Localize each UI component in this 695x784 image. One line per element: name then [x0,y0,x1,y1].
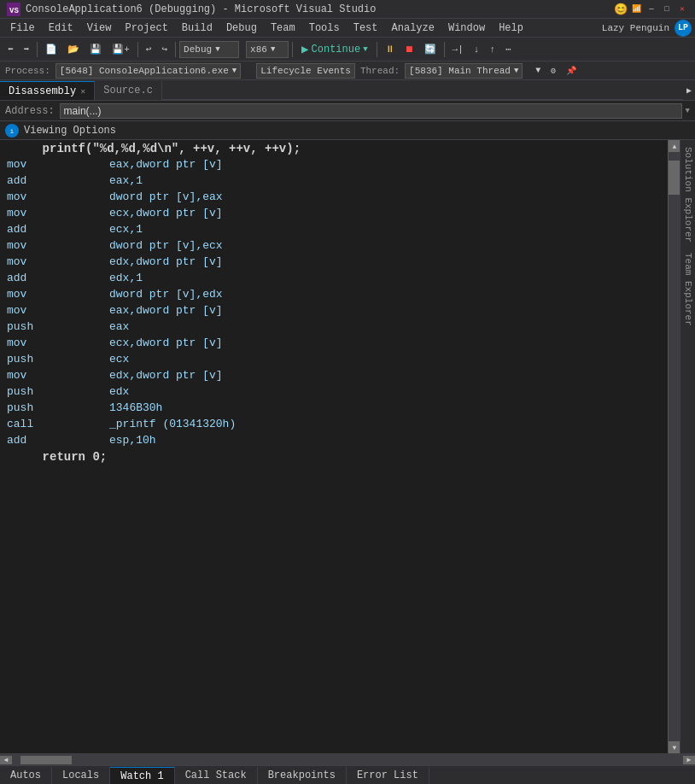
tab-callstack[interactable]: Call Stack [175,767,258,784]
tab-source-label: Source.c [103,85,153,97]
menu-tools[interactable]: Tools [302,20,347,36]
process-bar: Process: [5648] ConsoleApplication6.exe … [0,61,695,80]
menu-file[interactable]: File [3,20,42,36]
asm-line-3: mov dword ptr [v],eax [0,189,668,205]
scroll-down-btn[interactable]: ▼ [669,741,680,753]
asm-line-8: add edx,1 [0,270,668,286]
viewing-options-icon: i [5,124,19,137]
toolbar-separator-5 [377,42,377,57]
menu-team[interactable]: Team [264,20,302,36]
emoji-icon: 😊 [615,3,627,15]
tab-scroll-right[interactable]: ▶ [683,81,695,100]
process-btn1[interactable]: ⚙ [546,61,560,80]
tab-breakpoints[interactable]: Breakpoints [258,767,347,784]
continue-button[interactable]: ▶ Continue ▼ [296,40,372,58]
address-chevron[interactable]: ▼ [686,107,690,115]
tab-disassembly-close[interactable]: ✕ [80,86,85,97]
platform-dropdown[interactable]: x86 ▼ [246,41,289,58]
source-line-2: return 0; [0,448,668,465]
viewing-options-label[interactable]: Viewing Options [24,125,116,137]
toolbar-separator-6 [444,42,445,57]
asm-line-17: call _printf (01341320h) [0,416,668,432]
tab-autos[interactable]: Autos [0,767,52,784]
window-controls: 😊 📶 ─ □ ✕ [615,3,688,15]
menu-debug[interactable]: Debug [219,20,264,36]
tab-disassembly[interactable]: Disassembly ✕ [0,81,95,100]
disassembly-view[interactable]: printf("%d,%d,%d\n", ++v, ++v, ++v); mov… [0,140,668,753]
asm-line-5: add ecx,1 [0,221,668,237]
svg-text:VS: VS [9,7,19,15]
thread-label: Thread: [360,66,400,76]
menu-analyze[interactable]: Analyze [385,20,441,36]
menu-build[interactable]: Build [175,20,219,36]
user-avatar: LP [675,20,692,37]
scroll-up-btn[interactable]: ▲ [669,140,680,152]
restore-button[interactable]: □ [661,3,673,15]
debug-mode-dropdown[interactable]: Debug ▼ [179,41,239,58]
asm-line-18: add esp,10h [0,432,668,448]
process-dropdown[interactable]: [5648] ConsoleApplication6.exe ▼ [55,63,241,79]
h-scroll-thumb[interactable] [20,756,72,764]
debug-more-btn[interactable]: ⋯ [501,40,516,59]
asm-line-1: mov eax,dword ptr [v] [0,156,668,173]
toolbar-separator-3 [175,42,176,57]
menu-bar: File Edit View Project Build Debug Team … [0,19,695,38]
menu-view[interactable]: View [80,20,119,36]
tab-source[interactable]: Source.c [95,81,162,100]
tab-watch1[interactable]: Watch 1 [110,767,174,784]
address-input[interactable] [60,103,682,119]
stop-btn[interactable]: ⏹ [400,40,418,59]
tab-locals[interactable]: Locals [52,767,110,784]
bottom-tabs: Autos Locals Watch 1 Call Stack Breakpoi… [0,765,695,784]
menu-project[interactable]: Project [118,20,174,36]
asm-line-15: push edx [0,383,668,400]
step-out-btn[interactable]: ↑ [485,40,499,59]
asm-line-14: mov edx,dword ptr [v] [0,367,668,383]
asm-line-2: add eax,1 [0,173,668,189]
menu-edit[interactable]: Edit [42,20,80,36]
restart-btn[interactable]: 🔄 [420,40,441,59]
lifecycle-dropdown[interactable]: Lifecycle Events [256,63,355,79]
minimize-button[interactable]: ─ [645,3,657,15]
horizontal-scrollbar[interactable]: ◀ ▶ [0,753,695,765]
step-over-btn[interactable]: →| [448,40,468,59]
thread-dropdown[interactable]: [5836] Main Thread ▼ [405,63,523,79]
pause-btn[interactable]: ⏸ [381,40,399,59]
asm-line-13: push ecx [0,351,668,367]
step-into-btn[interactable]: ↓ [470,40,484,59]
scroll-thumb[interactable] [669,161,680,195]
toolbar-separator-1 [37,42,38,57]
asm-line-6: mov dword ptr [v],ecx [0,237,668,254]
vertical-scrollbar[interactable]: ▲ ▼ [668,140,680,753]
team-explorer-label[interactable]: Team Explorer [683,249,693,330]
undo-button[interactable]: ↩ [142,40,156,59]
solution-explorer-label[interactable]: Solution Explorer [683,143,693,246]
platform-chevron: ▼ [271,45,275,54]
menu-window[interactable]: Window [441,20,492,36]
asm-line-9: mov dword ptr [v],edx [0,286,668,302]
forward-button[interactable]: ➡ [20,40,34,59]
h-scroll-left[interactable]: ◀ [0,756,12,764]
redo-button[interactable]: ↪ [157,40,172,59]
h-scroll-right[interactable]: ▶ [683,756,695,764]
new-file-button[interactable]: 📄 [41,40,61,59]
user-name: Lazy Penguin [602,23,669,33]
vs-icon: VS [7,3,20,16]
filter-btn[interactable]: ▼ [531,61,545,80]
tab-disassembly-label: Disassembly [9,85,76,97]
menu-help[interactable]: Help [492,20,530,36]
right-panel: Solution Explorer Team Explorer [680,140,695,753]
continue-chevron: ▼ [363,45,367,54]
back-button[interactable]: ⬅ [3,40,18,59]
save-all-button[interactable]: 💾+ [108,40,134,59]
toolbar-separator-4 [292,42,293,57]
process-btn2[interactable]: 📌 [562,61,581,80]
close-button[interactable]: ✕ [676,3,688,15]
save-button[interactable]: 💾 [85,40,106,59]
address-bar: Address: ▼ [0,101,695,121]
h-scroll-track [12,756,683,764]
menu-test[interactable]: Test [347,20,385,36]
open-file-button[interactable]: 📂 [63,40,84,59]
tab-errorlist[interactable]: Error List [347,767,429,784]
asm-line-4: mov ecx,dword ptr [v] [0,205,668,221]
